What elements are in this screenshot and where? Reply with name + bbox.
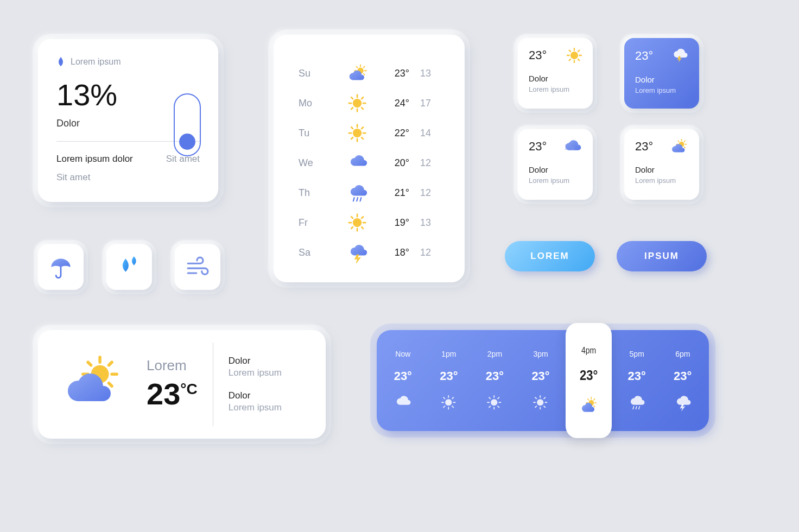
hourly-time: 5pm [630, 350, 644, 358]
cloud-icon [333, 153, 382, 174]
hourly-temp: 23° [580, 368, 598, 384]
mini-title: Dolor [529, 74, 582, 83]
weekly-row[interactable]: Su23°13 [299, 59, 440, 88]
weekly-high: 18° [382, 247, 409, 258]
sun-w-icon [485, 394, 504, 411]
partly-icon [333, 64, 382, 84]
weekly-high: 23° [382, 68, 409, 79]
partly-icon [580, 396, 598, 416]
storm-w-icon [674, 394, 692, 411]
hourly-temp: 23° [674, 369, 692, 383]
weekly-row[interactable]: Fr19°13 [299, 208, 440, 238]
mini-sub: Lorem ipsum [635, 176, 688, 185]
mini-card-3[interactable]: 23° Dolor Lorem ipsum [624, 129, 699, 200]
partly-cloudy-icon [55, 353, 131, 415]
weekly-high: 19° [382, 217, 409, 229]
current-location: Lorem [147, 357, 198, 374]
mini-sub: Lorem ipsum [529, 85, 582, 93]
umbrella-button[interactable] [38, 244, 84, 290]
weekly-high: 21° [382, 187, 409, 199]
humidity-label: Lorem ipsum [71, 57, 121, 67]
hourly-temp: 23° [440, 369, 458, 383]
hourly-forecast: Now23°1pm23°2pm23°3pm23°4pm23°5pm23°6pm2… [377, 330, 709, 431]
hourly-column[interactable]: 6pm23° [660, 330, 706, 431]
hourly-time: 1pm [441, 350, 456, 358]
weekly-row[interactable]: Mo24°17 [299, 88, 440, 118]
hourly-time: 3pm [533, 350, 548, 358]
mini-title: Dolor [529, 165, 582, 174]
hourly-column[interactable]: 5pm23° [614, 330, 660, 431]
wind-button[interactable] [175, 244, 220, 290]
current-unit: °C [180, 381, 197, 397]
drops-icon [117, 255, 141, 279]
weekly-low: 12 [409, 187, 431, 199]
weekly-rows: Su23°13Mo24°17Tu22°14We20°12Th21°12Fr19°… [299, 59, 440, 268]
ipsum-button[interactable]: IPSUM [617, 241, 707, 271]
mini-temp: 23° [635, 49, 653, 63]
weekly-day: Su [299, 68, 333, 79]
weekly-row[interactable]: Th21°12 [299, 178, 440, 208]
sun-icon [333, 93, 382, 114]
humidity-card: Lorem ipsum 13% Dolor Lorem ipsum dolor … [38, 39, 218, 202]
lorem-button[interactable]: LOREM [505, 241, 595, 271]
weekly-high: 24° [382, 98, 409, 109]
weekly-row[interactable]: Sa18°12 [299, 238, 440, 268]
umbrella-icon [49, 255, 73, 279]
mini-title: Dolor [635, 165, 688, 174]
hourly-temp: 23° [628, 369, 646, 383]
partly-cloudy-icon [671, 139, 688, 154]
sun-w-icon [440, 394, 458, 411]
mini-card-1[interactable]: 23° Dolor Lorem ipsum [624, 38, 699, 109]
weekly-high: 20° [382, 157, 409, 169]
sun-icon [567, 48, 582, 63]
side-heading: Dolor [229, 356, 282, 366]
weekly-day: Sa [299, 247, 333, 258]
hourly-column[interactable]: 1pm23° [426, 330, 472, 431]
mini-temp: 23° [529, 48, 547, 62]
hourly-column[interactable]: 4pm23° [566, 323, 612, 438]
weekly-low: 12 [409, 247, 431, 258]
hourly-temp: 23° [394, 369, 412, 383]
side-sub: Lorem ipsum [229, 368, 282, 378]
hourly-temp: 23° [531, 369, 549, 383]
mini-card-0[interactable]: 23° Dolor Lorem ipsum [518, 38, 593, 109]
humidity-detail-left: Lorem ipsum dolor [56, 154, 133, 164]
mini-sub: Lorem ipsum [529, 176, 582, 185]
current-weather-card: Lorem 23°C Dolor Lorem ipsum Dolor Lorem… [38, 330, 326, 439]
hourly-time: 6pm [675, 350, 690, 358]
humidity-toggle[interactable] [174, 93, 201, 156]
weekly-day: Tu [299, 128, 333, 139]
drops-button[interactable] [106, 244, 152, 290]
wind-cloud-icon [563, 139, 582, 154]
weekly-day: Mo [299, 98, 333, 109]
side-sub: Lorem ipsum [229, 402, 282, 413]
weekly-day: Th [299, 187, 333, 199]
weekly-forecast-card: Su23°13Mo24°17Tu22°14We20°12Th21°12Fr19°… [274, 35, 465, 282]
sun-w-icon [531, 394, 550, 411]
hourly-time: 2pm [487, 350, 502, 358]
weekly-low: 12 [409, 157, 431, 169]
humidity-detail-2: Sit amet [56, 172, 200, 183]
hourly-time: Now [395, 350, 410, 358]
weekly-low: 13 [409, 217, 431, 229]
weekly-low: 13 [409, 68, 431, 79]
storm-icon [333, 243, 382, 263]
mini-sub: Lorem ipsum [635, 86, 688, 94]
weekly-row[interactable]: Tu22°14 [299, 118, 440, 148]
weekly-row[interactable]: We20°12 [299, 148, 440, 178]
hourly-column[interactable]: 2pm23° [472, 330, 518, 431]
wind-icon [184, 256, 211, 278]
mini-temp: 23° [635, 140, 653, 154]
drop-icon [56, 56, 65, 67]
sun-icon [333, 123, 382, 144]
hourly-time: 4pm [581, 345, 596, 355]
sun-icon [333, 213, 382, 233]
rain-w-icon [627, 394, 646, 411]
rain-icon [333, 183, 382, 204]
hourly-column[interactable]: 3pm23° [518, 330, 564, 431]
mini-temp: 23° [529, 140, 547, 154]
mini-title: Dolor [635, 75, 688, 84]
hourly-column[interactable]: Now23° [380, 330, 426, 431]
mini-card-2[interactable]: 23° Dolor Lorem ipsum [518, 129, 593, 200]
cloud-w-icon [394, 394, 412, 411]
